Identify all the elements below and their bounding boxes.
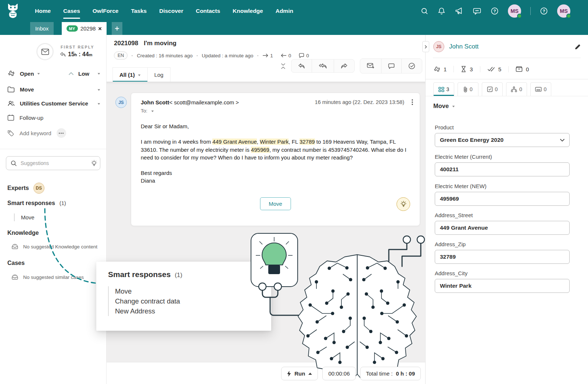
suggestion-bulb-icon[interactable] [91, 160, 97, 167]
case-type-dropdown[interactable]: Move [433, 103, 455, 110]
email-body: Dear Sir or Madam, I am moving in 4 week… [131, 114, 420, 185]
suggestions-input[interactable] [21, 160, 87, 166]
run-button[interactable]: Run [281, 367, 318, 380]
popup-item-change-contract[interactable]: Change contract data [108, 296, 271, 306]
timer-display: 00:00:06 [322, 367, 355, 380]
followup-row[interactable]: Follow-up [7, 114, 100, 121]
nav-contacts[interactable]: Contacts [190, 0, 226, 22]
comment-button[interactable] [381, 59, 401, 73]
email-kebab-menu-icon[interactable] [412, 99, 413, 105]
cases-section: Cases [7, 260, 25, 266]
address-street-input[interactable] [435, 221, 570, 235]
tab-billing[interactable]: 0 [530, 82, 551, 96]
user-avatar-secondary[interactable]: MS [557, 4, 570, 18]
detail-tabs: 3 0 0 0 [433, 82, 551, 96]
product-select[interactable]: Green Eco Energy 2020 [435, 133, 570, 147]
tab-inbox[interactable]: Inbox [30, 22, 54, 35]
my-badge: MY [67, 25, 78, 32]
nav-discover[interactable]: Discover [153, 0, 189, 22]
users-icon [7, 100, 15, 107]
first-reply-minutes: 44 [82, 51, 89, 57]
popup-item-new-address[interactable]: New Address [108, 306, 271, 316]
forwarded-counter: 1 [262, 53, 273, 58]
smart-responses-label: Smart responses [7, 200, 55, 207]
case-number: 20298 [80, 25, 96, 32]
nav-admin[interactable]: Admin [269, 0, 300, 22]
case-subject: I'm moving [144, 40, 176, 47]
to-label: To: [141, 108, 147, 114]
megaphone-icon[interactable] [455, 7, 463, 15]
edit-pencil-icon[interactable] [574, 44, 581, 50]
highlight-zip: 32789 [300, 139, 315, 145]
nav-home[interactable]: Home [29, 0, 57, 22]
tab-attachments[interactable]: 0 [458, 82, 478, 96]
expert-avatar[interactable]: DS [33, 183, 44, 194]
reply-all-button[interactable] [312, 60, 334, 72]
sidebar-divider [0, 149, 106, 149]
stat-resolved[interactable]: 5 [480, 66, 508, 72]
field-emn-label: Electric Meter (NEW) [435, 183, 570, 189]
status-priority-row: Open Low [7, 70, 100, 77]
bell-icon[interactable] [438, 7, 445, 15]
resolve-button[interactable] [401, 59, 422, 73]
stat-archived-value: 0 [526, 66, 529, 72]
stat-pending[interactable]: 3 [453, 66, 480, 72]
tab-fields[interactable]: 3 [433, 82, 454, 96]
address-zip-input[interactable] [435, 250, 570, 264]
nav-owlforce[interactable]: OwlForce [86, 0, 125, 22]
contact-name-link[interactable]: John Scott [449, 43, 478, 50]
close-tab-icon[interactable] [98, 27, 102, 30]
popup-title: Smart responses [108, 270, 171, 279]
help-icon[interactable]: ? [491, 7, 499, 15]
collapse-all-icon[interactable] [280, 63, 286, 69]
owl-logo-icon[interactable] [5, 3, 21, 19]
tab-log[interactable]: Log [147, 67, 171, 82]
priority-dropdown[interactable]: Low [78, 71, 89, 77]
category-row[interactable]: Move [7, 86, 100, 93]
status-dropdown[interactable]: Open [20, 71, 34, 77]
address-city-input[interactable] [435, 279, 570, 293]
add-tab-button[interactable] [112, 22, 122, 35]
user-avatar[interactable]: MS [508, 4, 521, 18]
svg-text:?: ? [493, 9, 496, 13]
arrow-right-icon [262, 53, 268, 58]
avatar-initials: MS [510, 8, 519, 14]
knowledge-label: Knowledge [7, 230, 39, 236]
team-row[interactable]: Utilities Customer Service [7, 100, 100, 107]
smart-response-move[interactable]: Move [14, 213, 35, 221]
tab-all[interactable]: All (1) [112, 67, 148, 82]
stat-archived[interactable]: 0 [508, 66, 536, 72]
move-action-button[interactable]: Move [260, 197, 291, 210]
popup-item-move[interactable]: Move [108, 286, 271, 296]
tag-icon [433, 66, 440, 72]
case-meta-row: EN Created : 16 minutes ago Updated : a … [114, 51, 309, 60]
add-keyword-label[interactable]: Add keyword [19, 130, 51, 136]
svg-text:?: ? [542, 9, 545, 13]
tab-workflow[interactable]: 0 [506, 82, 527, 96]
tab-tasks[interactable]: 0 [482, 82, 503, 96]
nav-cases[interactable]: Cases [57, 0, 86, 22]
panel-collapse-handle[interactable] [422, 41, 429, 52]
stat-tags[interactable]: 1 [433, 66, 453, 72]
stat-tags-value: 1 [444, 66, 447, 72]
nav-knowledge[interactable]: Knowledge [226, 0, 269, 22]
tab-case-20298[interactable]: MY 20298 [62, 22, 107, 35]
reply-button[interactable] [291, 60, 312, 72]
electric-meter-current-input[interactable] [435, 162, 570, 176]
forward-button[interactable] [334, 60, 354, 72]
email-to-line[interactable]: To: [141, 108, 412, 114]
popup-title-row: Smart responses (1) [108, 270, 271, 279]
email-suggestion-bulb-icon[interactable] [397, 197, 410, 211]
help-icon-secondary[interactable]: ? [540, 7, 548, 15]
chat-icon[interactable] [473, 7, 481, 15]
electric-meter-new-input[interactable] [435, 192, 570, 206]
new-mail-button[interactable] [360, 59, 381, 73]
search-icon[interactable] [421, 7, 429, 15]
email-header: John Scott< scott@mailexample.com > To: … [131, 93, 420, 114]
field-address-street: Address_Street [435, 212, 570, 235]
nav-tasks[interactable]: Tasks [125, 0, 153, 22]
team-label: Utilities Customer Service [20, 100, 88, 107]
keyword-more-button[interactable] [57, 128, 66, 138]
total-time-value: 0 h : 09 [396, 370, 415, 377]
category-caret-icon [98, 89, 100, 92]
